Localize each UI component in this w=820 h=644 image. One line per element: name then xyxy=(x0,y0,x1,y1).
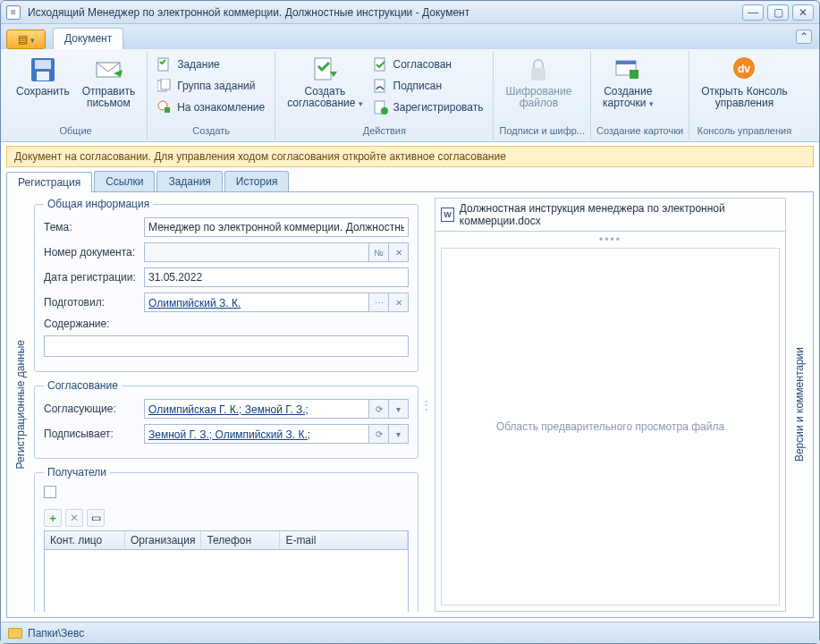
open-console-label: Открыть Консоль управления xyxy=(701,86,788,109)
register-icon xyxy=(374,100,388,114)
create-approval-button[interactable]: Создать согласование xyxy=(281,53,368,125)
recipient-delete-button[interactable]: ✕ xyxy=(65,509,83,527)
maximize-button[interactable]: ▢ xyxy=(767,4,789,21)
preview-resize-handle[interactable]: •••• xyxy=(599,232,621,248)
ribbon-collapse-button[interactable]: ⌃ xyxy=(796,30,812,44)
register-label: Зарегистрировать xyxy=(393,101,484,114)
status-path[interactable]: Папки\Зевс xyxy=(28,627,84,640)
prepared-pick-button[interactable]: ⋯ xyxy=(369,292,389,312)
create-task-group-button[interactable]: Группа заданий xyxy=(153,76,269,96)
recipients-grid[interactable]: Конт. лицо Организация Телефон E-mail xyxy=(44,530,409,612)
chevron-down-icon xyxy=(28,33,35,46)
content-textarea[interactable] xyxy=(44,335,409,357)
minimize-button[interactable]: — xyxy=(742,4,764,21)
svg-text:dv: dv xyxy=(738,63,750,75)
grid-header: Конт. лицо Организация Телефон E-mail xyxy=(45,531,408,550)
app-menu-button[interactable]: ▤ xyxy=(6,30,46,49)
app-menu-icon: ▤ xyxy=(18,33,28,46)
grid-body[interactable] xyxy=(45,550,408,612)
ribbon-tab-strip: ▤ Документ ⌃ xyxy=(1,24,819,49)
tab-history[interactable]: История xyxy=(224,171,290,191)
tab-registration[interactable]: Регистрация xyxy=(6,172,92,192)
create-review-button[interactable]: На ознакомление xyxy=(153,97,269,117)
svg-rect-14 xyxy=(531,68,545,80)
approved-label: Согласован xyxy=(393,58,452,71)
task-group-icon xyxy=(157,79,172,93)
side-panel-right[interactable]: Версии и комментарии xyxy=(791,198,807,612)
preview-filename[interactable]: Должностная инструкция менеджера по элек… xyxy=(460,202,780,227)
section-approval-title: Согласование xyxy=(44,379,122,392)
recipient-add-button[interactable]: ＋ xyxy=(44,509,62,527)
save-button[interactable]: Сохранить xyxy=(10,53,76,125)
signed-icon xyxy=(374,79,388,93)
col-email[interactable]: E-mail xyxy=(280,531,408,549)
subject-label: Тема: xyxy=(44,221,144,233)
ribbon-tab-document[interactable]: Документ xyxy=(53,28,123,49)
approvers-dropdown-button[interactable]: ▾ xyxy=(389,399,409,419)
signer-dropdown-button[interactable]: ▾ xyxy=(389,424,409,444)
section-approval: Согласование Согласующие: Олимпийская Г.… xyxy=(34,379,418,459)
send-letter-button[interactable]: Отправить письмом xyxy=(76,53,142,125)
encrypt-button: Шифрование файлов xyxy=(499,53,578,125)
open-console-button[interactable]: dv Открыть Консоль управления xyxy=(695,53,794,125)
approved-button[interactable]: Согласован xyxy=(369,55,488,74)
window-title: Исходящий Менеджер по электронной коммер… xyxy=(24,6,739,19)
docnum-generate-button[interactable]: № xyxy=(369,242,389,262)
section-general: Общая информация Тема: Номер документа: … xyxy=(34,198,418,372)
tab-tasks[interactable]: Задания xyxy=(156,171,222,191)
signer-label: Подписывает: xyxy=(44,428,144,440)
lock-icon xyxy=(524,55,553,84)
subject-input[interactable] xyxy=(144,217,409,237)
recipients-checkbox[interactable] xyxy=(44,486,56,498)
close-window-button[interactable]: ✕ xyxy=(792,4,814,21)
signer-input[interactable]: Земной Г. З.; Олимпийский З. К.; xyxy=(144,424,369,444)
ribbon-group-card: Создание карточки Создание карточки xyxy=(591,51,689,140)
section-general-title: Общая информация xyxy=(44,198,153,210)
chevron-down-icon xyxy=(647,97,654,109)
side-left-label: Регистрационные данные xyxy=(14,340,27,469)
create-card-text: Создание карточки xyxy=(603,85,652,109)
group-label-sign: Подписи и шифр... xyxy=(499,125,585,140)
col-contact[interactable]: Конт. лицо xyxy=(45,531,125,549)
preview-header: W Должностная инструкция менеджера по эл… xyxy=(435,199,785,232)
approvers-refresh-button[interactable]: ⟳ xyxy=(369,399,389,419)
ribbon-group-console: dv Открыть Консоль управления Консоль уп… xyxy=(689,51,799,140)
col-tel[interactable]: Телефон xyxy=(201,531,280,549)
chevron-down-icon xyxy=(356,97,363,109)
ribbon: Сохранить Отправить письмом Общие Задани… xyxy=(1,49,819,142)
svg-rect-17 xyxy=(630,70,638,79)
prepared-input[interactable]: Олимпийский З. К. xyxy=(144,292,369,312)
svg-point-13 xyxy=(381,107,388,114)
content-label: Содержание: xyxy=(44,318,144,330)
regdate-input[interactable] xyxy=(144,267,409,287)
docnum-input[interactable] xyxy=(144,242,369,262)
tab-links[interactable]: Ссылки xyxy=(94,171,155,191)
console-icon: dv xyxy=(730,55,758,84)
ribbon-group-common: Сохранить Отправить письмом Общие xyxy=(4,51,148,140)
register-button[interactable]: Зарегистрировать xyxy=(369,97,488,117)
approvers-label: Согласующие: xyxy=(44,402,144,415)
side-right-label: Версии и комментарии xyxy=(793,347,806,462)
side-panel-left[interactable]: Регистрационные данные xyxy=(13,198,29,612)
recipient-card-button[interactable]: ▭ xyxy=(87,509,105,527)
preview-placeholder: Область предварительного просмотра файла xyxy=(441,248,780,606)
send-letter-label: Отправить письмом xyxy=(82,86,136,109)
task-label: Задание xyxy=(177,58,220,71)
recipients-toolbar: ＋ ✕ ▭ xyxy=(44,505,409,530)
create-task-button[interactable]: Задание xyxy=(153,55,269,74)
col-org[interactable]: Организация xyxy=(125,531,201,549)
approval-icon xyxy=(310,55,339,84)
group-label-card: Создание карточки xyxy=(596,125,683,140)
ribbon-group-create: Задание Группа заданий На ознакомление С… xyxy=(148,51,275,140)
splitter[interactable]: ⋮ xyxy=(424,198,429,612)
create-card-button[interactable]: Создание карточки xyxy=(596,53,660,125)
docnum-clear-button[interactable]: ✕ xyxy=(389,242,409,262)
status-bar: Папки\Зевс xyxy=(1,622,819,643)
approvers-input[interactable]: Олимпийская Г. К.; Земной Г. З.; xyxy=(144,399,369,419)
signer-refresh-button[interactable]: ⟳ xyxy=(369,424,389,444)
svg-rect-16 xyxy=(616,61,636,64)
ribbon-group-actions: Создать согласование Согласован Подписан… xyxy=(275,51,494,140)
prepared-clear-button[interactable]: ✕ xyxy=(389,292,409,312)
signed-button[interactable]: Подписан xyxy=(369,76,488,96)
create-card-label: Создание карточки xyxy=(603,86,654,110)
